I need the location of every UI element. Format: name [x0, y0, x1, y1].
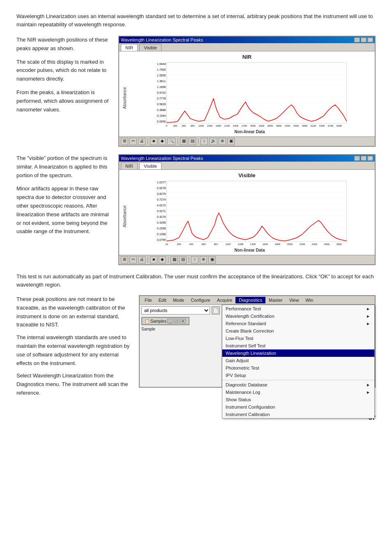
svg-text:1208: 1208: [238, 243, 244, 245]
svg-text:0.4270: 0.4270: [157, 215, 166, 218]
menu-wavelength-linearization[interactable]: Wavelength Linearization: [222, 349, 374, 357]
svg-text:1405: 1405: [250, 243, 256, 245]
minimize-button[interactable]: _: [354, 37, 360, 42]
vis-tb-btn-9[interactable]: ⊕: [200, 256, 207, 264]
menu-wavelength-cert[interactable]: Wavelength Certification ▶: [222, 312, 374, 320]
svg-text:1007: 1007: [226, 243, 231, 245]
arrow-maintenance: ▶: [367, 391, 369, 394]
tb-btn-12[interactable]: ▣: [227, 138, 235, 145]
menu-self-test[interactable]: Instrument Self Test: [222, 342, 374, 349]
visible-chart-window: Wavelength Linearization Spectral Peaks …: [118, 154, 376, 265]
section2-left-text: The "visible" portion of the spectrum is…: [16, 154, 111, 265]
products-dropdown[interactable]: all products: [141, 306, 210, 314]
menu-show-status[interactable]: Show Status: [222, 396, 374, 403]
tab-visible[interactable]: Visible: [139, 44, 161, 51]
nir-x-axis-label: Non-linear Data: [127, 130, 372, 134]
svg-text:0.5833: 0.5833: [157, 103, 166, 106]
tb-btn-11[interactable]: ⊕: [219, 138, 226, 145]
section3-text1: This test is run automatically as part o…: [16, 273, 376, 289]
svg-text:0.5271: 0.5271: [157, 210, 166, 213]
menu-diagnostics[interactable]: Diagnostics: [235, 297, 265, 303]
tb-btn-5[interactable]: ◆: [159, 138, 166, 145]
menu-instrument-cal[interactable]: Instrument Calibration: [222, 411, 374, 418]
svg-text:1.3611: 1.3611: [157, 80, 166, 83]
vis-tb-btn-5[interactable]: ◆: [159, 256, 166, 264]
maximize-button[interactable]: □: [361, 37, 367, 42]
tb-sep-2: [178, 138, 178, 145]
vis-maximize-button[interactable]: □: [361, 156, 367, 161]
svg-text:1605: 1605: [263, 243, 268, 245]
svg-text:600: 600: [182, 125, 186, 127]
svg-text:0.7778: 0.7778: [157, 97, 166, 100]
menu-photometric-test[interactable]: Photometric Test: [222, 364, 374, 372]
svg-text:4800: 4800: [302, 125, 308, 127]
svg-text:3000: 3000: [250, 125, 256, 127]
menu-win[interactable]: Win: [302, 297, 316, 303]
menu-master[interactable]: Master: [265, 297, 286, 303]
vis-tb-btn-2[interactable]: ∺: [129, 256, 137, 264]
menu-instrument-config[interactable]: Instrument Configuration: [222, 403, 374, 411]
vis-tb-sep-1: [148, 257, 148, 263]
menu-maintenance-log[interactable]: Maintenance Log ▶: [222, 388, 374, 396]
vis-tab-nir[interactable]: NIR: [121, 162, 138, 169]
menu-ipv-setup[interactable]: IPV Setup: [222, 372, 374, 379]
products-row: all products 📄: [141, 306, 220, 314]
vis-tb-btn-4[interactable]: ■: [150, 256, 157, 264]
svg-text:0.8275: 0.8275: [157, 192, 166, 195]
menu-mode[interactable]: Mode: [170, 297, 188, 303]
s1-p3: From the peaks, a linearization is perfo…: [16, 88, 111, 114]
tab-nir[interactable]: NIR: [121, 44, 138, 51]
nir-chart-tabs: NIR Visible: [119, 43, 375, 51]
samples-minimize[interactable]: _: [167, 319, 173, 324]
menu-low-flux[interactable]: Low-Flux Test: [222, 335, 374, 342]
vis-tb-btn-6[interactable]: ▦: [171, 256, 178, 264]
samples-maximize[interactable]: □: [174, 319, 180, 324]
menu-left-panel: all products 📄 📋 Samples _ □ ✕: [140, 305, 222, 387]
menu-edit[interactable]: Edit: [155, 297, 170, 303]
svg-text:1200: 1200: [198, 125, 204, 127]
menu-view[interactable]: View: [286, 297, 302, 303]
vis-close-button[interactable]: ✕: [367, 156, 373, 161]
svg-text:1500: 1500: [207, 125, 213, 127]
s2-p1: The "visible" portion of the spectrum is…: [16, 154, 111, 180]
nir-chart-window: Wavelength Linearization Spectral Peaks …: [118, 36, 376, 147]
menu-create-blank[interactable]: Create Blank Correction: [222, 327, 374, 335]
tb-btn-3[interactable]: 🖨: [138, 138, 145, 145]
tb-btn-9[interactable]: ↕: [201, 138, 208, 145]
tb-btn-2[interactable]: ∺: [129, 138, 137, 145]
svg-text:0: 0: [166, 125, 168, 127]
new-file-icon[interactable]: 📄: [212, 306, 220, 314]
tb-btn-7[interactable]: ▦: [180, 138, 187, 145]
samples-close[interactable]: ✕: [180, 319, 186, 324]
menu-performance-test[interactable]: Performance Test ▶: [222, 305, 374, 312]
tb-btn-1[interactable]: ⊞: [121, 138, 128, 145]
menu-reference-standard[interactable]: Reference Standard ▶: [222, 320, 374, 327]
vis-tb-btn-3[interactable]: 🖨: [138, 256, 145, 264]
tb-btn-8[interactable]: ▤: [189, 138, 196, 145]
menu-acquire[interactable]: Acquire: [214, 297, 235, 303]
menu-file[interactable]: File: [141, 297, 155, 303]
menu-configure[interactable]: Configure: [187, 297, 214, 303]
tb-btn-4[interactable]: ■: [150, 138, 157, 145]
tb-btn-6[interactable]: 🔍: [167, 138, 175, 145]
vis-tb-btn-7[interactable]: ▤: [179, 256, 187, 264]
svg-text:1.9444: 1.9444: [157, 62, 166, 65]
arrow-reference: ▶: [367, 322, 369, 326]
arrow-diagnostic-db: ▶: [367, 383, 369, 387]
s3-p3: Select Wavelength Linearization from the…: [16, 372, 131, 397]
vis-minimize-button[interactable]: _: [354, 156, 360, 161]
vis-tb-btn-10[interactable]: ▣: [208, 256, 216, 264]
menu-gain-adjust[interactable]: Gain Adjust: [222, 357, 374, 364]
svg-text:5700: 5700: [328, 125, 334, 127]
vis-tb-btn-1[interactable]: ⊞: [121, 256, 128, 264]
vis-tab-visible[interactable]: Visible: [139, 162, 161, 169]
svg-text:0.9278: 0.9278: [157, 187, 166, 190]
tb-btn-10[interactable]: 🔊: [209, 138, 217, 145]
vis-tb-btn-8[interactable]: ↕: [191, 256, 198, 264]
intro-paragraph: Wavelength Linearization uses an interna…: [16, 12, 376, 28]
svg-text:1.5555: 1.5555: [157, 74, 166, 77]
menu-diagnostic-db[interactable]: Diagnostic Database ▶: [222, 381, 374, 388]
section1-left-text: The NIR wavelength positions of these pe…: [16, 36, 111, 147]
tb-sep-1: [148, 138, 148, 145]
close-button[interactable]: ✕: [367, 37, 373, 42]
